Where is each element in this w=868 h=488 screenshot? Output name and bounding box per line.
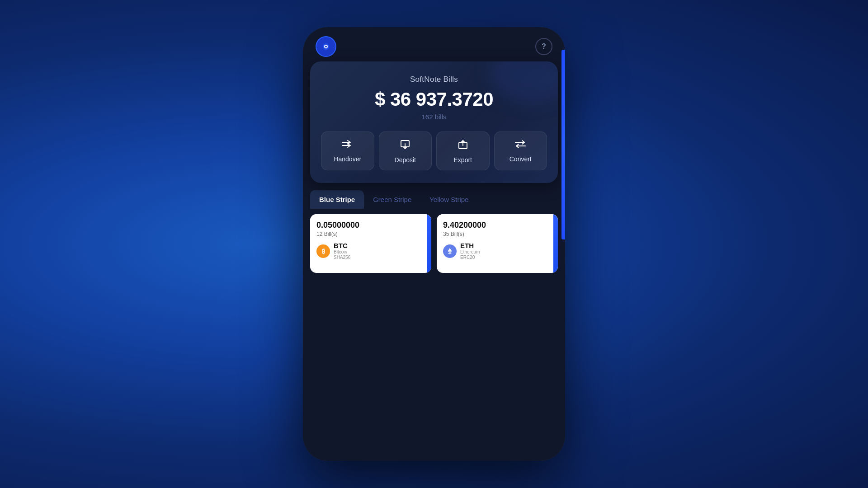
tabs-row: Blue Stripe Green Stripe Yellow Stripe [310, 190, 558, 209]
btc-bill-amount: 0.05000000 [316, 221, 425, 230]
help-button[interactable]: ? [535, 38, 552, 55]
action-buttons-row: Handover Deposit [321, 131, 547, 170]
tab-yellow-stripe[interactable]: Yellow Stripe [420, 190, 477, 209]
app-logo [316, 36, 336, 57]
main-card: SoftNote Bills $ 36 937.3720 162 bills H… [310, 61, 558, 183]
export-label: Export [454, 156, 472, 164]
eth-name: EthereumERC20 [460, 249, 480, 260]
eth-icon [443, 244, 457, 258]
phone-frame: ? SoftNote Bills $ 36 937.3720 162 bills [303, 27, 565, 461]
tab-blue-stripe[interactable]: Blue Stripe [310, 190, 364, 209]
btc-bill-count: 12 Bill(s) [316, 231, 425, 237]
card-title: SoftNote Bills [321, 75, 547, 84]
card-amount: $ 36 937.3720 [321, 89, 547, 110]
eth-bill-amount: 9.40200000 [443, 221, 552, 230]
tab-green-stripe[interactable]: Green Stripe [364, 190, 420, 209]
btc-currency-row: ₿ BTC BitcoinSHA256 [316, 242, 425, 260]
eth-currency-row: ETH EthereumERC20 [443, 242, 552, 260]
handover-icon [341, 139, 354, 151]
eth-accent-bar [553, 214, 558, 273]
export-button[interactable]: Export [436, 131, 490, 170]
handover-button[interactable]: Handover [321, 131, 374, 170]
btc-accent-bar [427, 214, 431, 273]
handover-label: Handover [334, 155, 361, 163]
btc-ticker: BTC [334, 242, 350, 249]
deposit-label: Deposit [395, 156, 416, 164]
eth-bill-count: 35 Bill(s) [443, 231, 552, 237]
btc-name: BitcoinSHA256 [334, 249, 350, 260]
help-icon: ? [542, 42, 546, 51]
convert-button[interactable]: Convert [494, 131, 547, 170]
eth-ticker: ETH [460, 242, 480, 249]
eth-bill-card[interactable]: 9.40200000 35 Bill(s) ETH EthereumERC20 [437, 214, 558, 273]
export-icon [458, 139, 468, 152]
convert-icon [514, 139, 526, 151]
card-bills-count: 162 bills [321, 113, 547, 121]
btc-icon: ₿ [316, 244, 330, 258]
convert-label: Convert [509, 155, 532, 163]
svg-point-3 [325, 46, 327, 47]
btc-bill-card[interactable]: 0.05000000 12 Bill(s) ₿ BTC BitcoinSHA25… [310, 214, 431, 273]
phone-header: ? [303, 27, 565, 61]
tabs-section: Blue Stripe Green Stripe Yellow Stripe [310, 190, 558, 209]
deposit-button[interactable]: Deposit [379, 131, 432, 170]
deposit-icon [400, 139, 410, 152]
bills-grid: 0.05000000 12 Bill(s) ₿ BTC BitcoinSHA25… [310, 209, 558, 273]
